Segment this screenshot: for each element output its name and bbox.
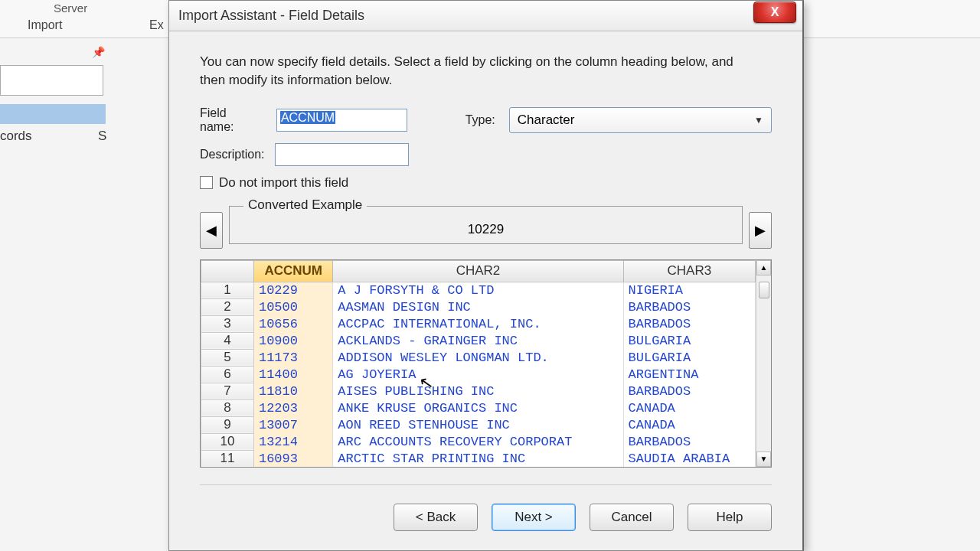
help-button[interactable]: Help <box>688 504 772 531</box>
bg-selected-item[interactable] <box>0 104 106 124</box>
field-name-label: Field name: <box>200 106 263 134</box>
cell-char2: A J FORSYTH & CO LTD <box>333 282 623 298</box>
cell-char3: NIGERIA <box>623 282 755 298</box>
table-row[interactable]: 1013214ARC ACCOUNTS RECOVERY CORPORATBAR… <box>201 433 756 450</box>
cell-accnum: 11810 <box>253 383 332 399</box>
cell-char2: AG JOYERIA <box>333 366 623 383</box>
row-number: 4 <box>201 332 254 349</box>
cell-accnum: 11173 <box>253 349 332 366</box>
cell-char2: ACKLANDS - GRAINGER INC <box>333 332 623 349</box>
table-row[interactable]: 310656ACCPAC INTERNATIONAL, INC.BARBADOS <box>201 315 756 332</box>
row-number: 7 <box>201 383 254 399</box>
preview-table-scroll: ACCNUM CHAR2 CHAR3 110229A J FORSYTH & C… <box>201 260 756 467</box>
cell-accnum: 13214 <box>253 433 332 450</box>
scroll-down-icon[interactable]: ▼ <box>756 452 771 467</box>
cell-char3: BARBADOS <box>623 433 755 450</box>
table-row[interactable]: 711810AISES PUBLISHING INCBARBADOS <box>201 383 756 399</box>
import-assistant-dialog: Import Assistant - Field Details X You c… <box>168 0 804 551</box>
type-value: Character <box>518 112 575 128</box>
do-not-import-checkbox[interactable] <box>200 176 213 189</box>
vertical-scrollbar[interactable]: ▲ ▼ <box>756 260 771 467</box>
converted-example-area: ◀ Converted Example 10229 ▶ <box>200 206 772 244</box>
converted-example-box: Converted Example 10229 <box>229 206 743 244</box>
description-input[interactable] <box>275 143 409 166</box>
cell-char2: ARCTIC STAR PRINTING INC <box>333 450 623 467</box>
table-row[interactable]: 812203ANKE KRUSE ORGANICS INCCANADA <box>201 399 756 416</box>
bg-import-label[interactable]: Import <box>28 18 62 32</box>
cell-char3: BARBADOS <box>623 315 755 332</box>
bg-search-input[interactable] <box>0 65 103 96</box>
converted-example-value: 10229 <box>468 222 504 236</box>
do-not-import-label: Do not import this field <box>219 175 348 191</box>
table-row[interactable]: 110229A J FORSYTH & CO LTDNIGERIA <box>201 282 756 298</box>
cell-char2: ANKE KRUSE ORGANICS INC <box>333 399 623 416</box>
cell-char3: BULGARIA <box>623 349 755 366</box>
back-button[interactable]: < Back <box>394 504 478 531</box>
cell-char2: AON REED STENHOUSE INC <box>333 416 623 433</box>
cell-char2: ARC ACCOUNTS RECOVERY CORPORAT <box>333 433 623 450</box>
dialog-titlebar: Import Assistant - Field Details X <box>169 1 802 31</box>
row-number: 1 <box>201 282 254 298</box>
dialog-content: You can now specify field details. Selec… <box>169 31 802 539</box>
next-field-button[interactable]: ▶ <box>749 212 772 249</box>
bg-ex-label[interactable]: Ex <box>149 18 164 32</box>
dialog-button-row: < Back Next > Cancel Help <box>200 484 772 531</box>
table-row[interactable]: 210500AASMAN DESIGN INCBARBADOS <box>201 298 756 315</box>
col-header-accnum[interactable]: ACCNUM <box>253 260 332 282</box>
cell-accnum: 13007 <box>253 416 332 433</box>
table-row[interactable]: 511173ADDISON WESLEY LONGMAN LTD.BULGARI… <box>201 349 756 366</box>
close-icon: X <box>771 5 779 19</box>
row-number: 8 <box>201 399 254 416</box>
cell-accnum: 12203 <box>253 399 332 416</box>
cell-char2: AASMAN DESIGN INC <box>333 298 623 315</box>
row-number: 11 <box>201 450 254 467</box>
table-row[interactable]: 913007AON REED STENHOUSE INCCANADA <box>201 416 756 433</box>
row-number: 9 <box>201 416 254 433</box>
cell-char3: SAUDIA ARABIA <box>623 450 755 467</box>
dialog-title: Import Assistant - Field Details <box>178 8 364 24</box>
col-header-rownum[interactable] <box>201 260 254 282</box>
cell-accnum: 10656 <box>253 315 332 332</box>
prev-field-button[interactable]: ◀ <box>200 212 223 249</box>
cell-accnum: 10229 <box>253 282 332 298</box>
cell-char3: CANADA <box>623 399 755 416</box>
row-number: 2 <box>201 298 254 315</box>
cell-char3: ARGENTINA <box>623 366 755 383</box>
table-row[interactable]: 410900ACKLANDS - GRAINGER INCBULGARIA <box>201 332 756 349</box>
triangle-left-icon: ◀ <box>206 222 217 239</box>
row-number: 6 <box>201 366 254 383</box>
next-button[interactable]: Next > <box>492 504 576 531</box>
cell-char3: CANADA <box>623 416 755 433</box>
cell-char3: BARBADOS <box>623 298 755 315</box>
cancel-button[interactable]: Cancel <box>590 504 674 531</box>
pin-icon[interactable]: 📌 <box>92 46 106 60</box>
preview-table-wrap: ACCNUM CHAR2 CHAR3 110229A J FORSYTH & C… <box>200 259 772 468</box>
row-number: 10 <box>201 433 254 450</box>
row-number: 3 <box>201 315 254 332</box>
cell-accnum: 16093 <box>253 450 332 467</box>
scroll-thumb[interactable] <box>759 282 769 298</box>
scroll-up-icon[interactable]: ▲ <box>756 260 771 276</box>
type-select[interactable]: Character ▼ <box>509 107 772 133</box>
col-header-char2[interactable]: CHAR2 <box>333 260 623 282</box>
cell-char2: ACCPAC INTERNATIONAL, INC. <box>333 315 623 332</box>
table-row[interactable]: 1116093ARCTIC STAR PRINTING INCSAUDIA AR… <box>201 450 756 467</box>
cell-char2: ADDISON WESLEY LONGMAN LTD. <box>333 349 623 366</box>
bg-server-label: Server <box>54 2 87 15</box>
bg-records-label: cords <box>0 129 32 144</box>
close-button[interactable]: X <box>753 2 796 23</box>
field-name-value: ACCNUM <box>280 111 335 124</box>
cell-accnum: 10900 <box>253 332 332 349</box>
chevron-down-icon: ▼ <box>754 115 763 126</box>
cell-char2: AISES PUBLISHING INC <box>333 383 623 399</box>
cell-char3: BARBADOS <box>623 383 755 399</box>
cell-accnum: 11400 <box>253 366 332 383</box>
field-name-input[interactable]: ACCNUM <box>276 109 408 132</box>
converted-example-legend: Converted Example <box>243 197 367 213</box>
table-row[interactable]: 611400AG JOYERIAARGENTINA <box>201 366 756 383</box>
cell-char3: BULGARIA <box>623 332 755 349</box>
bg-s-label: S <box>98 129 106 144</box>
col-header-char3[interactable]: CHAR3 <box>623 260 755 282</box>
row-number: 5 <box>201 349 254 366</box>
triangle-right-icon: ▶ <box>755 222 766 239</box>
